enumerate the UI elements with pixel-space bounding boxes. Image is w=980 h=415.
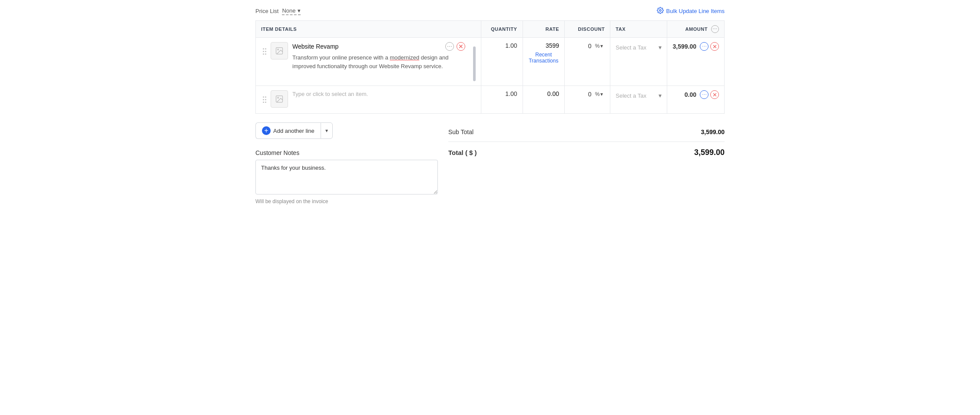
tax-chevron-icon-1: ▾	[659, 44, 662, 51]
item-description-1: Transform your online presence with a mo…	[292, 53, 465, 70]
tax-cell-1[interactable]: Select a Tax ▾	[610, 38, 667, 86]
top-bar: Price List None ▾ Bulk Update Line Items	[255, 7, 725, 15]
bulk-update-button[interactable]: Bulk Update Line Items	[657, 7, 725, 15]
table-header-row: ITEM DETAILS QUANTITY RATE DISCOUNT TAX …	[256, 21, 725, 38]
subtotal-label: Sub Total	[448, 128, 473, 135]
item-details-cell-1: Website Revamp ⋯ ✕ Transform your online…	[256, 38, 481, 86]
amount-remove-icon-2[interactable]: ✕	[710, 90, 719, 99]
left-bottom: + Add another line ▾ Customer Notes Will…	[255, 122, 438, 204]
recent-transactions-link-1[interactable]: Recent Transactions	[528, 52, 560, 64]
subtotal-row: Sub Total 3,599.00	[448, 122, 725, 142]
rate-cell-2[interactable]: 0.00	[523, 86, 565, 114]
tax-cell-2[interactable]: Select a Tax ▾	[610, 86, 667, 114]
price-list-value: None	[282, 7, 295, 14]
totals-section: Sub Total 3,599.00 Total ( $ ) 3,599.00	[448, 122, 725, 163]
right-bottom: Sub Total 3,599.00 Total ( $ ) 3,599.00	[448, 122, 725, 163]
col-item-details: ITEM DETAILS	[256, 21, 481, 38]
customer-notes-label: Customer Notes	[255, 149, 438, 156]
discount-value-1[interactable]: 0	[588, 43, 592, 49]
tax-placeholder-1: Select a Tax	[616, 44, 646, 51]
discount-chevron-icon-1: ▾	[600, 43, 603, 49]
col-discount: DISCOUNT	[565, 21, 610, 38]
amount-cell-2: 0.00 ⋯ ✕	[667, 86, 725, 114]
amount-cell-1: 3,599.00 ⋯ ✕	[667, 38, 725, 86]
price-list-label: Price List	[255, 8, 278, 14]
discount-cell-2: 0 % ▾	[565, 86, 610, 114]
amount-remove-icon-1[interactable]: ✕	[710, 42, 719, 51]
amount-value-1: 3,599.00	[673, 43, 697, 50]
col-rate: RATE	[523, 21, 565, 38]
tax-placeholder-2: Select a Tax	[616, 92, 646, 99]
item-image-2	[271, 90, 288, 108]
drag-handle-1[interactable]	[261, 42, 268, 61]
rate-value-1[interactable]: 3599	[546, 42, 559, 49]
subtotal-value: 3,599.00	[701, 128, 725, 135]
customer-notes-textarea[interactable]	[255, 160, 438, 194]
total-row: Total ( $ ) 3,599.00	[448, 142, 725, 163]
amount-value-2: 0.00	[685, 91, 696, 98]
price-list-section: Price List None ▾	[255, 7, 301, 15]
discount-type-btn-2[interactable]: % ▾	[593, 90, 605, 98]
discount-value-2[interactable]: 0	[588, 91, 592, 98]
item-image-1	[271, 42, 288, 59]
total-value: 3,599.00	[694, 148, 725, 157]
table-row: Type or click to select an item. 1.00 0.…	[256, 86, 725, 114]
add-line-chevron-icon: ▾	[325, 128, 328, 134]
col-tax: TAX	[610, 21, 667, 38]
item-remove-icon-1[interactable]: ✕	[457, 42, 465, 51]
quantity-cell-2[interactable]: 1.00	[481, 86, 523, 114]
rate-value-2: 0.00	[547, 90, 559, 97]
amount-more-icon-1[interactable]: ⋯	[700, 42, 709, 51]
amount-more-icon-2[interactable]: ⋯	[700, 90, 709, 99]
chevron-down-icon: ▾	[298, 7, 301, 14]
total-label: Total ( $ )	[448, 149, 477, 156]
item-placeholder-2[interactable]: Type or click to select an item.	[292, 91, 368, 97]
add-line-container: + Add another line ▾	[255, 122, 438, 139]
add-line-dropdown-button[interactable]: ▾	[321, 122, 333, 139]
item-more-icon-1[interactable]: ⋯	[445, 42, 454, 51]
svg-point-2	[278, 49, 279, 50]
add-another-label: Add another line	[273, 128, 315, 134]
svg-point-4	[278, 97, 279, 99]
gear-icon	[657, 7, 664, 15]
add-another-line-button[interactable]: + Add another line	[255, 122, 321, 139]
item-actions-1: ⋯ ✕	[445, 42, 465, 51]
svg-point-0	[659, 10, 661, 11]
item-name-1: Website Revamp	[292, 43, 338, 50]
discount-type-btn-1[interactable]: % ▾	[593, 42, 605, 50]
quantity-cell-1[interactable]: 1.00	[481, 38, 523, 86]
tax-select-1[interactable]: Select a Tax ▾	[616, 42, 662, 53]
invoice-table: ITEM DETAILS QUANTITY RATE DISCOUNT TAX …	[255, 20, 725, 114]
tax-chevron-icon-2: ▾	[659, 92, 662, 99]
add-circle-icon: +	[262, 126, 271, 135]
item-details-cell-2: Type or click to select an item.	[256, 86, 481, 114]
tax-select-2[interactable]: Select a Tax ▾	[616, 90, 662, 101]
bulk-update-label: Bulk Update Line Items	[666, 8, 725, 14]
price-list-dropdown[interactable]: None ▾	[282, 7, 300, 15]
col-amount: AMOUNT ⋯	[667, 21, 725, 38]
notes-hint: Will be displayed on the invoice	[255, 198, 438, 204]
discount-cell-1: 0 % ▾	[565, 38, 610, 86]
rate-cell-1: 3599 Recent Transactions	[523, 38, 565, 86]
scroll-indicator-1	[473, 46, 476, 81]
col-quantity: QUANTITY	[481, 21, 523, 38]
column-options-icon[interactable]: ⋯	[711, 25, 719, 33]
table-row: Website Revamp ⋯ ✕ Transform your online…	[256, 38, 725, 86]
discount-chevron-icon-2: ▾	[600, 91, 603, 97]
bottom-section: + Add another line ▾ Customer Notes Will…	[255, 122, 725, 204]
drag-handle-2[interactable]	[261, 90, 268, 109]
